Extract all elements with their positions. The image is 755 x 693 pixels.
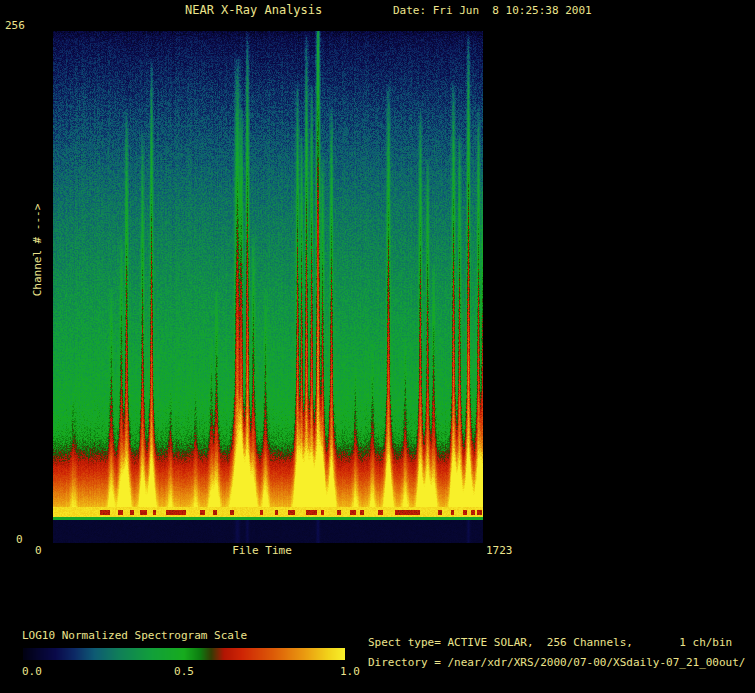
app-window: NEAR X-Ray Analysis Date: Fri Jun 8 10:2… (0, 0, 755, 693)
directory-label: Directory = /near/xdr/XRS/2000/07-00/XSd… (368, 657, 746, 669)
colorbar-title: LOG10 Normalized Spectrogram Scale (22, 630, 247, 642)
y-axis-label: Channel # ---> (32, 204, 44, 297)
x-axis-label: File Time (232, 545, 292, 557)
x-axis-min-tick: 0 (35, 545, 42, 557)
colorbar-tick-mid: 0.5 (174, 666, 194, 678)
date-label: Date: Fri Jun 8 10:25:38 2001 (393, 5, 592, 17)
y-axis-max-tick: 256 (5, 20, 25, 32)
x-axis-max-tick: 1723 (486, 545, 513, 557)
colorbar-tick-max: 1.0 (340, 666, 360, 678)
spect-type-label: Spect type= ACTIVE SOLAR, 256 Channels, … (368, 637, 732, 649)
y-axis-min-tick: 0 (16, 534, 23, 546)
colorbar-tick-min: 0.0 (22, 666, 42, 678)
page-title: NEAR X-Ray Analysis (185, 4, 322, 16)
spectrogram-heatmap (53, 31, 483, 543)
colorbar-gradient (23, 648, 345, 660)
